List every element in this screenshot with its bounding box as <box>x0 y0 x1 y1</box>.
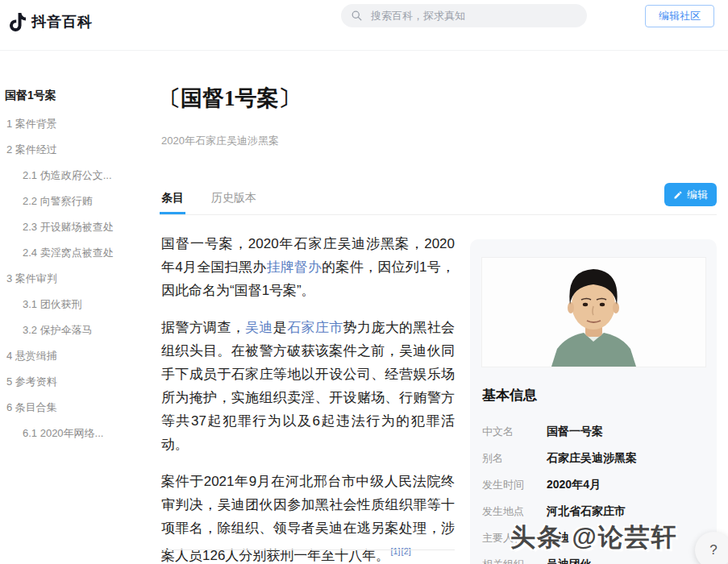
sidebar-item[interactable]: 3 案件审判 <box>5 266 152 292</box>
sidebar-item[interactable]: 2.3 开设赌场被查处 <box>5 214 152 240</box>
search-bar[interactable] <box>341 4 587 27</box>
sidebar-item[interactable]: 1 案件背景 <box>5 111 152 137</box>
inline-link[interactable]: 石家庄市 <box>287 320 343 335</box>
sidebar-item[interactable]: 2 案件经过 <box>5 137 152 163</box>
infobox-label: 发生地点 <box>482 504 547 519</box>
edit-button[interactable]: 编辑 <box>664 183 717 206</box>
infobox-label: 别名 <box>482 451 547 466</box>
sidebar-toc-items: 1 案件背景2 案件经过2.1 伪造政府公文...2.2 向警察行贿2.3 开设… <box>5 111 152 446</box>
inline-link[interactable]: 挂牌督办 <box>266 259 322 275</box>
sidebar-entry-title[interactable]: 国督1号案 <box>5 89 152 103</box>
sidebar-item[interactable]: 5 参考资料 <box>5 369 152 395</box>
tab-history[interactable]: 历史版本 <box>210 189 258 214</box>
page-subtitle: 2020年石家庄吴迪涉黑案 <box>161 134 279 148</box>
site-logo-text: 抖音百科 <box>31 12 93 31</box>
sidebar-item[interactable]: 4 悬赏缉捕 <box>5 343 152 369</box>
pencil-icon <box>673 190 683 200</box>
sidebar-toc: 国督1号案 1 案件背景2 案件经过2.1 伪造政府公文...2.2 向警察行贿… <box>5 89 152 446</box>
article-tabs: 条目历史版本 <box>160 189 717 215</box>
sidebar-item[interactable]: 6 条目合集 <box>5 395 152 421</box>
infobox-label: 发生时间 <box>482 478 547 492</box>
portrait-photo[interactable] <box>482 258 705 367</box>
help-button[interactable]: ? <box>695 532 728 564</box>
site-logo[interactable]: 抖音百科 <box>10 12 93 31</box>
infobox-card: 基本信息 中文名国督一号案别名石家庄吴迪涉黑案发生时间2020年4月发生地点河北… <box>470 239 717 564</box>
sidebar-item[interactable]: 2.4 卖淫窝点被查处 <box>5 240 152 266</box>
article-paragraph: 据警方调查，吴迪是石家庄市势力庞大的黑社会组织头目。在被警方破获该案件之前，吴迪… <box>161 316 455 456</box>
reference-link[interactable]: [2] <box>401 546 411 556</box>
paragraph-text: 势力庞大的黑社会组织头目。在被警方破获该案件之前，吴迪伙同手下成员于石家庄等地以… <box>161 320 455 452</box>
paragraph-text: 是 <box>273 320 287 335</box>
infobox-row: 中文名国督一号案 <box>482 418 710 445</box>
infobox-label: 中文名 <box>482 425 547 439</box>
reference-link[interactable]: [1] <box>390 546 400 556</box>
sidebar-item[interactable]: 3.2 保护伞落马 <box>5 317 152 343</box>
infobox-label: 相关组织 <box>482 558 547 564</box>
infobox-value: 石家庄吴迪涉黑案 <box>547 451 637 466</box>
infobox-value: 国督一号案 <box>547 425 603 439</box>
edit-button-label: 编辑 <box>687 188 708 202</box>
infobox-value: 吴迪团伙 <box>547 558 592 564</box>
douyin-note-icon <box>10 13 26 31</box>
watermark: 头条 @论芸轩 <box>510 520 678 554</box>
article-body: 国督一号案，2020年石家庄吴迪涉黑案，2020年4月全国扫黑办挂牌督办的案件，… <box>161 232 455 564</box>
top-bar: 抖音百科 编辑社区 <box>0 0 728 51</box>
search-input[interactable] <box>369 9 577 23</box>
sidebar-item[interactable]: 2.2 向警察行贿 <box>5 189 152 214</box>
sidebar-item[interactable]: 2.1 伪造政府公文... <box>5 163 152 189</box>
section-divider <box>161 549 455 550</box>
infobox-row: 发生时间2020年4月 <box>482 471 710 498</box>
infobox-heading: 基本信息 <box>482 386 537 404</box>
sidebar-item[interactable]: 6.1 2020年网络... <box>5 421 152 446</box>
search-icon <box>351 10 363 22</box>
inline-link[interactable]: 吴迪 <box>245 320 273 335</box>
article-paragraph: 国督一号案，2020年石家庄吴迪涉黑案，2020年4月全国扫黑办挂牌督办的案件，… <box>161 232 455 302</box>
question-mark-icon: ? <box>709 542 717 558</box>
tab-entry[interactable]: 条目 <box>160 189 185 214</box>
paragraph-text: 据警方调查， <box>161 320 245 335</box>
infobox-row: 别名石家庄吴迪涉黑案 <box>482 445 710 471</box>
page-title: 〔国督1号案〕 <box>159 84 301 113</box>
sidebar-item[interactable]: 3.1 团伙获刑 <box>5 292 152 317</box>
infobox-value: 2020年4月 <box>547 478 601 492</box>
infobox-value: 河北省石家庄市 <box>547 504 626 519</box>
edit-community-button[interactable]: 编辑社区 <box>645 5 714 27</box>
